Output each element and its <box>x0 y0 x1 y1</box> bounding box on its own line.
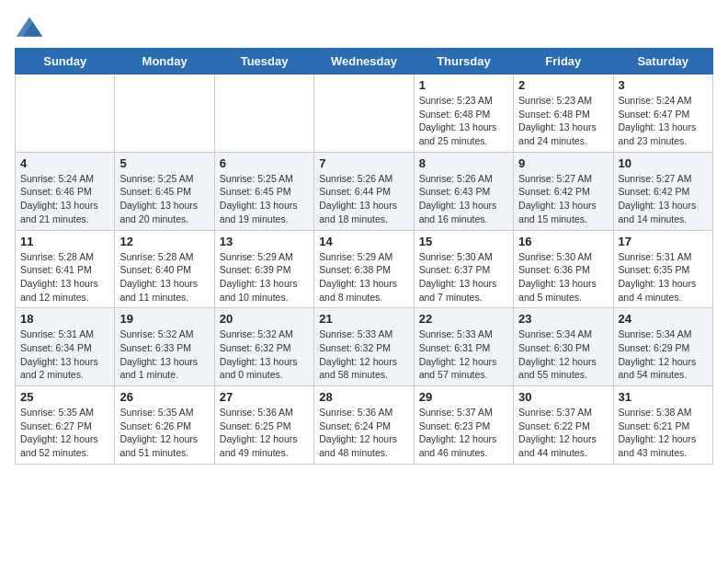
calendar-week-1: 1Sunrise: 5:23 AMSunset: 6:48 PMDaylight… <box>16 75 713 153</box>
calendar-week-2: 4Sunrise: 5:24 AMSunset: 6:46 PMDaylight… <box>16 152 713 230</box>
calendar-cell: 23Sunrise: 5:34 AMSunset: 6:30 PMDayligh… <box>514 308 613 386</box>
day-number: 3 <box>619 78 708 92</box>
calendar-cell: 4Sunrise: 5:24 AMSunset: 6:46 PMDaylight… <box>16 152 115 230</box>
day-number: 29 <box>419 390 508 404</box>
day-info: Sunrise: 5:25 AMSunset: 6:45 PMDaylight:… <box>220 172 309 226</box>
day-number: 10 <box>619 156 708 170</box>
day-number: 27 <box>220 390 309 404</box>
day-info: Sunrise: 5:38 AMSunset: 6:21 PMDaylight:… <box>619 406 708 460</box>
day-info: Sunrise: 5:37 AMSunset: 6:23 PMDaylight:… <box>419 406 508 460</box>
calendar-cell: 22Sunrise: 5:33 AMSunset: 6:31 PMDayligh… <box>414 308 513 386</box>
day-info: Sunrise: 5:23 AMSunset: 6:48 PMDaylight:… <box>419 94 508 148</box>
calendar-cell: 17Sunrise: 5:31 AMSunset: 6:35 PMDayligh… <box>613 230 712 308</box>
day-number: 9 <box>518 156 608 170</box>
day-info: Sunrise: 5:27 AMSunset: 6:42 PMDaylight:… <box>619 172 708 226</box>
calendar-cell: 5Sunrise: 5:25 AMSunset: 6:45 PMDaylight… <box>115 152 214 230</box>
day-number: 22 <box>419 312 508 326</box>
weekday-header-sunday: Sunday <box>16 49 115 75</box>
day-info: Sunrise: 5:32 AMSunset: 6:32 PMDaylight:… <box>220 327 309 382</box>
day-number: 24 <box>619 312 708 326</box>
day-info: Sunrise: 5:23 AMSunset: 6:48 PMDaylight:… <box>518 94 608 148</box>
calendar-cell: 24Sunrise: 5:34 AMSunset: 6:29 PMDayligh… <box>613 308 712 386</box>
day-info: Sunrise: 5:37 AMSunset: 6:22 PMDaylight:… <box>518 406 608 460</box>
day-info: Sunrise: 5:35 AMSunset: 6:27 PMDaylight:… <box>20 406 109 460</box>
calendar-cell: 19Sunrise: 5:32 AMSunset: 6:33 PMDayligh… <box>115 308 214 386</box>
day-number: 16 <box>518 235 608 248</box>
day-info: Sunrise: 5:31 AMSunset: 6:34 PMDaylight:… <box>20 327 109 382</box>
day-number: 21 <box>319 312 408 326</box>
day-number: 4 <box>20 156 109 170</box>
day-number: 23 <box>518 312 608 326</box>
day-info: Sunrise: 5:29 AMSunset: 6:39 PMDaylight:… <box>220 250 309 304</box>
calendar-cell: 26Sunrise: 5:35 AMSunset: 6:26 PMDayligh… <box>115 386 214 465</box>
calendar-cell: 27Sunrise: 5:36 AMSunset: 6:25 PMDayligh… <box>214 386 313 465</box>
day-info: Sunrise: 5:35 AMSunset: 6:26 PMDaylight:… <box>119 406 209 460</box>
calendar-cell: 13Sunrise: 5:29 AMSunset: 6:39 PMDayligh… <box>214 230 313 308</box>
calendar-cell: 14Sunrise: 5:29 AMSunset: 6:38 PMDayligh… <box>314 230 414 308</box>
calendar-cell: 15Sunrise: 5:30 AMSunset: 6:37 PMDayligh… <box>414 230 513 308</box>
calendar-cell: 11Sunrise: 5:28 AMSunset: 6:41 PMDayligh… <box>16 230 115 308</box>
day-number: 15 <box>419 235 508 248</box>
calendar-cell: 10Sunrise: 5:27 AMSunset: 6:42 PMDayligh… <box>613 152 712 230</box>
calendar-cell: 21Sunrise: 5:33 AMSunset: 6:32 PMDayligh… <box>314 308 414 386</box>
calendar-week-4: 18Sunrise: 5:31 AMSunset: 6:34 PMDayligh… <box>16 308 713 386</box>
weekday-header-saturday: Saturday <box>613 49 712 75</box>
calendar-cell: 8Sunrise: 5:26 AMSunset: 6:43 PMDaylight… <box>414 152 513 230</box>
calendar-week-5: 25Sunrise: 5:35 AMSunset: 6:27 PMDayligh… <box>16 386 713 465</box>
day-info: Sunrise: 5:25 AMSunset: 6:45 PMDaylight:… <box>119 172 209 226</box>
weekday-header-wednesday: Wednesday <box>314 49 414 75</box>
day-number: 31 <box>619 390 708 404</box>
calendar-cell: 18Sunrise: 5:31 AMSunset: 6:34 PMDayligh… <box>16 308 115 386</box>
weekday-header-tuesday: Tuesday <box>214 49 313 75</box>
calendar-table: SundayMondayTuesdayWednesdayThursdayFrid… <box>15 48 713 465</box>
day-number: 20 <box>220 312 309 326</box>
day-number: 2 <box>518 78 608 92</box>
logo-icon <box>15 15 44 40</box>
day-number: 12 <box>119 235 209 248</box>
weekday-header-monday: Monday <box>115 49 214 75</box>
calendar-cell: 7Sunrise: 5:26 AMSunset: 6:44 PMDaylight… <box>314 152 414 230</box>
calendar-cell: 12Sunrise: 5:28 AMSunset: 6:40 PMDayligh… <box>115 230 214 308</box>
logo <box>15 15 48 40</box>
day-number: 1 <box>419 78 508 92</box>
day-number: 18 <box>20 312 109 326</box>
weekday-header-friday: Friday <box>514 49 613 75</box>
day-info: Sunrise: 5:36 AMSunset: 6:24 PMDaylight:… <box>319 406 408 460</box>
day-info: Sunrise: 5:26 AMSunset: 6:44 PMDaylight:… <box>319 172 408 226</box>
day-number: 6 <box>220 156 309 170</box>
day-number: 26 <box>119 390 209 404</box>
day-info: Sunrise: 5:34 AMSunset: 6:30 PMDaylight:… <box>518 327 608 382</box>
day-number: 7 <box>319 156 408 170</box>
day-number: 17 <box>619 235 708 248</box>
day-info: Sunrise: 5:30 AMSunset: 6:36 PMDaylight:… <box>518 250 608 304</box>
calendar-cell: 31Sunrise: 5:38 AMSunset: 6:21 PMDayligh… <box>613 386 712 465</box>
day-info: Sunrise: 5:28 AMSunset: 6:41 PMDaylight:… <box>20 250 109 304</box>
calendar-cell <box>314 75 414 153</box>
day-info: Sunrise: 5:28 AMSunset: 6:40 PMDaylight:… <box>119 250 209 304</box>
day-number: 8 <box>419 156 508 170</box>
calendar-cell: 1Sunrise: 5:23 AMSunset: 6:48 PMDaylight… <box>414 75 513 153</box>
page-header <box>15 15 713 40</box>
day-number: 19 <box>119 312 209 326</box>
calendar-cell: 25Sunrise: 5:35 AMSunset: 6:27 PMDayligh… <box>16 386 115 465</box>
day-number: 14 <box>319 235 408 248</box>
day-info: Sunrise: 5:31 AMSunset: 6:35 PMDaylight:… <box>619 250 708 304</box>
day-number: 13 <box>220 235 309 248</box>
calendar-cell: 6Sunrise: 5:25 AMSunset: 6:45 PMDaylight… <box>214 152 313 230</box>
day-info: Sunrise: 5:33 AMSunset: 6:31 PMDaylight:… <box>419 327 508 382</box>
calendar-cell <box>16 75 115 153</box>
calendar-cell: 16Sunrise: 5:30 AMSunset: 6:36 PMDayligh… <box>514 230 613 308</box>
day-info: Sunrise: 5:24 AMSunset: 6:46 PMDaylight:… <box>20 172 109 226</box>
calendar-cell <box>115 75 214 153</box>
weekday-header-thursday: Thursday <box>414 49 513 75</box>
day-info: Sunrise: 5:33 AMSunset: 6:32 PMDaylight:… <box>319 327 408 382</box>
day-number: 11 <box>20 235 109 248</box>
calendar-cell: 28Sunrise: 5:36 AMSunset: 6:24 PMDayligh… <box>314 386 414 465</box>
day-info: Sunrise: 5:27 AMSunset: 6:42 PMDaylight:… <box>518 172 608 226</box>
day-info: Sunrise: 5:32 AMSunset: 6:33 PMDaylight:… <box>119 327 209 382</box>
day-info: Sunrise: 5:26 AMSunset: 6:43 PMDaylight:… <box>419 172 508 226</box>
calendar-cell: 29Sunrise: 5:37 AMSunset: 6:23 PMDayligh… <box>414 386 513 465</box>
day-info: Sunrise: 5:34 AMSunset: 6:29 PMDaylight:… <box>619 327 708 382</box>
calendar-cell: 2Sunrise: 5:23 AMSunset: 6:48 PMDaylight… <box>514 75 613 153</box>
calendar-cell: 20Sunrise: 5:32 AMSunset: 6:32 PMDayligh… <box>214 308 313 386</box>
